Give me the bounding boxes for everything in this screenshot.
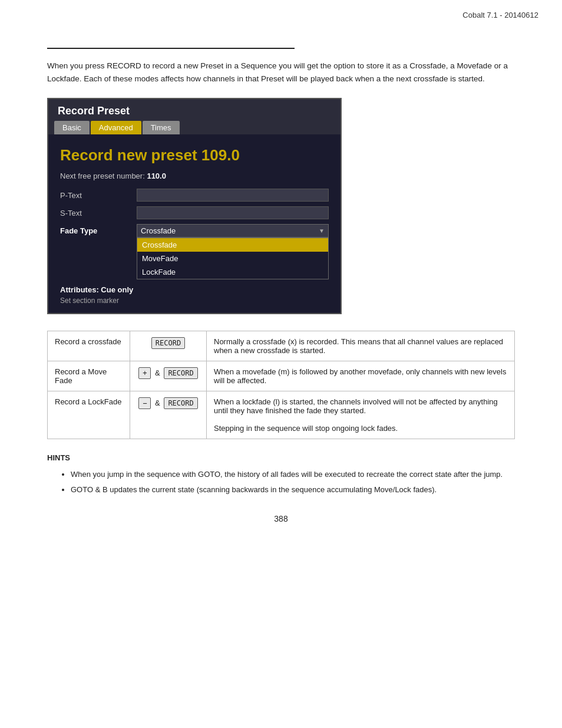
keys-cell: − & RECORD [130,391,207,439]
ampersand-symbol: & [155,398,160,407]
page-number: 388 [47,514,515,523]
hints-list: When you jump in the sequence with GOTO,… [47,468,515,496]
fadetype-label: Fade Type [60,226,137,235]
key-minus: − [138,397,151,409]
key-record: RECORD [164,367,197,379]
desc-cell: When a movefade (m) is followed by anoth… [207,361,515,391]
tab-advanced[interactable]: Advanced [91,121,141,134]
attributes-section: Attributes: Cue only Set section marker [60,285,329,313]
action-cell: Record a LockFade [48,391,130,439]
preset-number: 109.0 [201,146,240,164]
attributes-row: Attributes: Cue only [60,285,329,294]
dialog-body: Record new preset 109.0 Next free preset… [48,134,340,313]
ampersand-symbol: & [155,368,160,377]
option-movefade[interactable]: MoveFade [137,252,328,265]
tab-basic[interactable]: Basic [54,121,90,134]
info-table: Record a crossfade RECORD Normally a cro… [47,331,515,439]
page-header: Cobalt 7.1 - 20140612 [0,0,562,19]
intro-text: When you press RECORD to record a new Pr… [47,60,515,85]
fadetype-dropdown[interactable]: Crossfade ▼ [137,224,329,238]
action-cell: Record a crossfade [48,331,130,361]
hints-label: HINTS [47,453,515,462]
ptext-label: P-Text [60,191,137,200]
keys-cell: + & RECORD [130,361,207,391]
section-marker-label: Set section marker [60,297,119,305]
table-row: Record a Move Fade + & RECORD When a mov… [48,361,515,391]
key-record: RECORD [151,337,185,349]
chevron-down-icon: ▼ [319,228,325,234]
action-cell: Record a Move Fade [48,361,130,391]
ptext-row: P-Text [60,189,329,202]
table-row: Record a crossfade RECORD Normally a cro… [48,331,515,361]
desc-cell: When a lockfade (l) is started, the chan… [207,391,515,439]
fadetype-row: Fade Type Crossfade ▼ [60,224,329,238]
option-lockfade[interactable]: LockFade [137,265,328,279]
key-record: RECORD [164,397,197,409]
dialog-tabs: Basic Advanced Times [48,121,340,134]
next-free-number: 110.0 [147,172,166,180]
header-title: Cobalt 7.1 - 20140612 [462,11,538,19]
ptext-input[interactable] [137,189,329,202]
tab-times[interactable]: Times [143,121,180,134]
table-row: Record a LockFade − & RECORD When a lock… [48,391,515,439]
page-content: When you press RECORD to record a new Pr… [0,19,562,547]
fade-options-list: Crossfade MoveFade LockFade [137,238,329,279]
desc-cell: Normally a crossfade (x) is recorded. Th… [207,331,515,361]
stext-label: S-Text [60,209,137,218]
stext-row: S-Text [60,206,329,219]
attributes-label: Attributes: Cue only [60,285,133,294]
dialog-title: Record Preset [48,99,340,121]
key-plus: + [138,367,151,379]
next-free-info: Next free preset number: 110.0 [60,172,329,180]
section-marker-row: Set section marker [60,297,329,305]
list-item: GOTO & B updates the current state (scan… [71,483,515,496]
option-crossfade[interactable]: Crossfade [137,238,328,252]
preset-title: Record new preset 109.0 [60,146,329,164]
section-divider [47,48,295,49]
list-item: When you jump in the sequence with GOTO,… [71,468,515,481]
stext-input[interactable] [137,206,329,219]
keys-cell: RECORD [130,331,207,361]
record-preset-dialog: Record Preset Basic Advanced Times Recor… [47,98,342,314]
